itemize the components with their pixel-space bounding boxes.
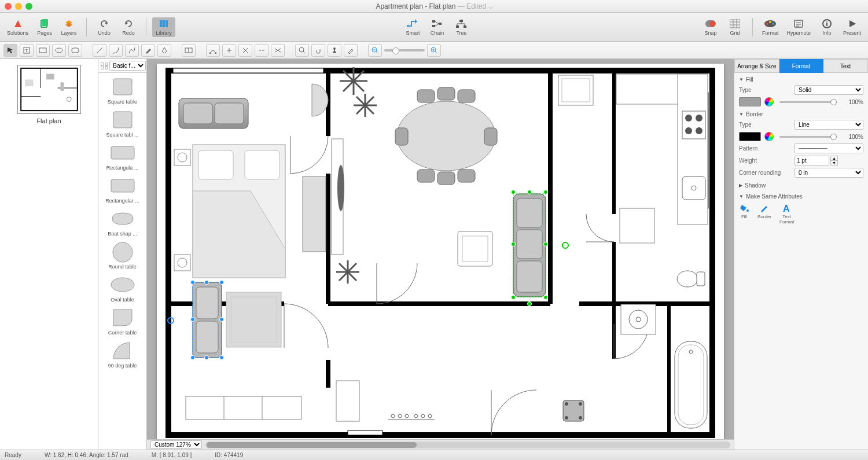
edit-points-tool[interactable]	[206, 44, 220, 57]
same-border-button[interactable]: Border	[757, 203, 771, 225]
spline-tool[interactable]	[125, 44, 139, 57]
close-window-button[interactable]	[5, 3, 12, 10]
minimize-window-button[interactable]	[15, 3, 22, 10]
break-tool[interactable]	[255, 44, 269, 57]
library-item-square-table-2[interactable]: Square tabl ...	[101, 108, 144, 138]
title-dropdown-icon[interactable]: ⌵	[488, 2, 492, 10]
tab-text[interactable]: Text	[823, 59, 868, 73]
library-forward-button[interactable]: ›	[105, 62, 108, 70]
same-text-format-button[interactable]: A Text Format	[779, 203, 794, 225]
zoom-slider[interactable]	[384, 49, 425, 51]
library-item-round-table[interactable]: Round table	[101, 240, 144, 270]
library-button[interactable]: Library	[152, 17, 175, 37]
selection-handle[interactable]	[219, 280, 224, 285]
zoom-in-button[interactable]	[427, 44, 441, 57]
canvas-page[interactable]	[157, 64, 724, 439]
present-button[interactable]: Present	[840, 17, 865, 37]
selection-handle[interactable]	[219, 317, 224, 322]
ellipse-tool[interactable]	[52, 44, 66, 57]
pages-button[interactable]: Pages	[33, 17, 56, 37]
solutions-button[interactable]: Solutions	[3, 17, 32, 37]
selection-handle[interactable]	[527, 190, 532, 194]
stamp-tool[interactable]	[328, 44, 341, 57]
line-tool[interactable]	[93, 44, 106, 57]
selection-handle[interactable]	[511, 295, 516, 300]
tree-connector-button[interactable]: Tree	[450, 17, 473, 37]
shadow-header[interactable]: ▶Shadow	[739, 182, 863, 189]
undo-button[interactable]: Undo	[93, 17, 116, 37]
border-color-wheel[interactable]	[764, 132, 774, 141]
hand-tool[interactable]	[311, 44, 325, 57]
fill-opacity-slider[interactable]	[779, 101, 837, 103]
eyedropper-tool[interactable]	[344, 44, 358, 57]
zoom-out-button[interactable]	[368, 44, 382, 57]
rotation-handle-blue[interactable]	[167, 317, 174, 324]
fill-type-select[interactable]: Solid	[795, 85, 863, 95]
library-back-button[interactable]: ‹	[101, 62, 104, 70]
insert-tool[interactable]	[182, 44, 196, 57]
pen-tool[interactable]	[157, 44, 171, 57]
library-item-square-table[interactable]: Square table	[101, 75, 144, 105]
library-category-select[interactable]: Basic f...	[109, 61, 146, 71]
library-item-rectangular-table-2[interactable]: Rectangular ...	[101, 174, 144, 204]
selection-handle[interactable]	[511, 242, 516, 246]
border-opacity-slider[interactable]	[779, 136, 837, 138]
rotation-handle-green[interactable]	[562, 242, 569, 249]
arc-tool[interactable]	[109, 44, 123, 57]
border-type-select[interactable]: Line	[795, 120, 863, 130]
same-attrs-header[interactable]: ▼Make Same Attributes	[739, 193, 863, 200]
selection-handle[interactable]	[190, 280, 195, 285]
zoom-tool[interactable]	[295, 44, 309, 57]
corner-rounding-select[interactable]: 0 in	[795, 168, 863, 178]
text-tool[interactable]: T	[20, 44, 34, 57]
selection-handle[interactable]	[511, 190, 516, 194]
rect-tool[interactable]	[36, 44, 50, 57]
maximize-window-button[interactable]	[25, 3, 32, 10]
library-item-90deg-table[interactable]: 90 deg table	[101, 339, 144, 369]
add-point-tool[interactable]	[222, 44, 236, 57]
zoom-select[interactable]: Custom 127%	[150, 440, 202, 449]
redo-button[interactable]: Redo	[117, 17, 140, 37]
fill-header[interactable]: ▼Fill	[739, 76, 863, 83]
fill-color-wheel[interactable]	[764, 97, 774, 106]
horizontal-scrollbar[interactable]	[205, 441, 730, 448]
selection-handle[interactable]	[190, 317, 195, 322]
pencil-tool[interactable]	[141, 44, 155, 57]
weight-step-down[interactable]: ▼	[830, 161, 838, 165]
join-tool[interactable]	[271, 44, 285, 57]
selection-handle[interactable]	[204, 355, 209, 360]
border-pattern-select[interactable]: ───────	[795, 143, 863, 153]
selection-handle[interactable]	[219, 355, 224, 360]
selection-handle[interactable]	[543, 295, 548, 300]
selection-handle[interactable]	[543, 190, 548, 194]
library-item-rectangular-table[interactable]: Rectangula ...	[101, 141, 144, 171]
library-item-oval-table[interactable]: Oval table	[101, 273, 144, 303]
library-item-corner-table[interactable]: Corner table	[101, 306, 144, 336]
format-button[interactable]: Format	[759, 17, 782, 37]
border-weight-input[interactable]	[795, 156, 829, 165]
fill-color-swatch[interactable]	[739, 97, 761, 106]
selection-handle[interactable]	[543, 242, 548, 246]
border-header[interactable]: ▼Border	[739, 111, 863, 117]
layers-button[interactable]: Layers	[57, 17, 80, 37]
same-fill-button[interactable]: Fill	[739, 203, 749, 225]
select-tool[interactable]	[3, 44, 17, 57]
chain-connector-button[interactable]: Chain	[425, 17, 448, 37]
selection-handle[interactable]	[190, 355, 195, 360]
border-color-swatch[interactable]	[739, 132, 761, 141]
page-thumbnail[interactable]	[17, 65, 81, 114]
roundrect-tool[interactable]	[68, 44, 82, 57]
tab-format[interactable]: Format	[779, 59, 824, 73]
snap-button[interactable]: Snap	[699, 17, 722, 37]
hypernote-button[interactable]: Hypernote	[783, 17, 814, 37]
library-item-boat-table[interactable]: Boat shap ...	[101, 207, 144, 237]
selection-handle[interactable]	[204, 280, 209, 285]
tab-arrange-size[interactable]: Arrange & Size	[734, 59, 779, 73]
delete-point-tool[interactable]	[238, 44, 252, 57]
weight-step-up[interactable]: ▲	[830, 156, 838, 161]
canvas-viewport[interactable]	[147, 59, 734, 439]
smart-connector-button[interactable]: Smart	[401, 17, 424, 37]
info-button[interactable]: Info	[815, 17, 838, 37]
selection-handle[interactable]	[527, 301, 532, 306]
grid-button[interactable]: Grid	[723, 17, 746, 37]
